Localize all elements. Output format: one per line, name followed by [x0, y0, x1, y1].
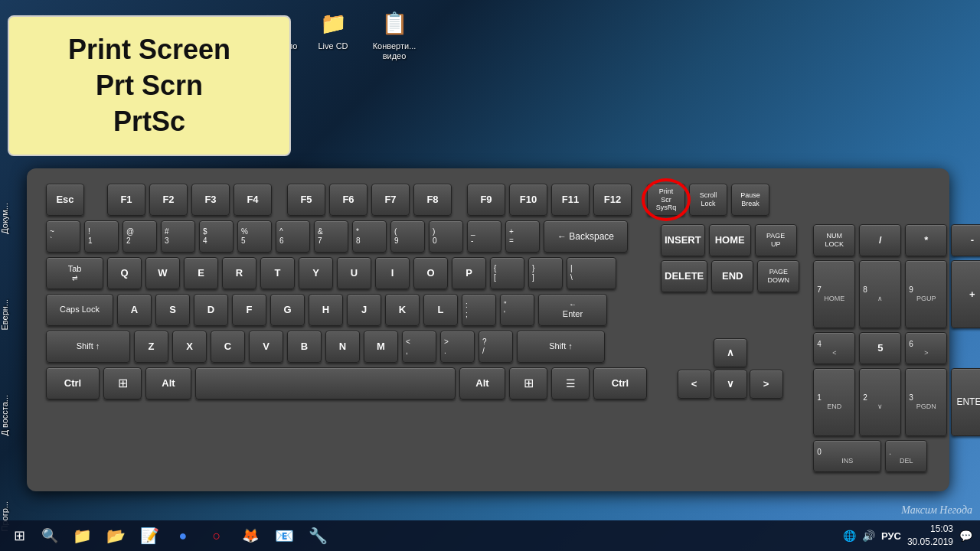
- taskbar-app-explorer[interactable]: 📂: [99, 520, 132, 551]
- key-k[interactable]: K: [385, 294, 420, 326]
- key-j[interactable]: J: [347, 294, 381, 326]
- taskbar-app-1[interactable]: 📁: [65, 520, 99, 551]
- key-f9[interactable]: F9: [467, 184, 505, 216]
- key-delete[interactable]: DELETE: [661, 260, 707, 292]
- key-f4[interactable]: F4: [234, 184, 272, 216]
- key-f1[interactable]: F1: [107, 184, 145, 216]
- key-7[interactable]: & 7: [314, 220, 348, 253]
- key-num-0[interactable]: 0 INS: [813, 440, 881, 472]
- key-pageup[interactable]: PAGE UP: [755, 224, 797, 256]
- key-num-plus[interactable]: +: [951, 260, 980, 328]
- key-arrow-right[interactable]: >: [750, 370, 783, 399]
- key-y[interactable]: Y: [299, 257, 333, 289]
- key-x[interactable]: X: [172, 331, 207, 363]
- key-left-alt[interactable]: Alt: [145, 367, 191, 399]
- key-f2[interactable]: F2: [149, 184, 188, 216]
- key-quote[interactable]: " ': [500, 294, 534, 326]
- taskbar-app-chrome[interactable]: ●: [166, 520, 200, 551]
- key-r[interactable]: R: [222, 257, 256, 289]
- key-1[interactable]: ! 1: [84, 220, 119, 253]
- key-end[interactable]: END: [711, 260, 753, 292]
- key-period[interactable]: > .: [440, 331, 475, 363]
- key-pagedown[interactable]: PAGE DOWN: [757, 260, 799, 292]
- key-f10[interactable]: F10: [509, 184, 547, 216]
- key-space[interactable]: [195, 367, 456, 399]
- key-equals[interactable]: + =: [505, 220, 540, 253]
- key-enter[interactable]: ← Enter: [538, 294, 607, 326]
- key-num-multiply[interactable]: *: [905, 224, 947, 256]
- key-f3[interactable]: F3: [191, 184, 230, 216]
- key-semicolon[interactable]: : ;: [462, 294, 496, 326]
- key-0[interactable]: ) 0: [429, 220, 463, 253]
- key-num-7[interactable]: 7 HOME: [813, 260, 855, 328]
- key-num-1[interactable]: 1 END: [813, 368, 855, 436]
- key-v[interactable]: V: [249, 331, 283, 363]
- key-c[interactable]: C: [211, 331, 245, 363]
- key-f7[interactable]: F7: [371, 184, 410, 216]
- key-backslash[interactable]: | \: [567, 257, 616, 289]
- taskbar-speaker-icon[interactable]: 🔊: [862, 530, 875, 542]
- taskbar-language[interactable]: РУС: [881, 530, 901, 542]
- key-pause-break[interactable]: Pause Break: [731, 184, 769, 216]
- taskbar-app-opera[interactable]: ○: [200, 520, 234, 551]
- key-arrow-up[interactable]: ∧: [714, 338, 747, 367]
- key-menu[interactable]: ☰: [551, 367, 590, 399]
- key-rbracket[interactable]: } ]: [528, 257, 563, 289]
- key-insert[interactable]: INSERT: [661, 224, 705, 256]
- taskbar-app-mail[interactable]: 📧: [267, 520, 301, 551]
- key-8[interactable]: * 8: [352, 220, 387, 253]
- key-f6[interactable]: F6: [329, 184, 368, 216]
- key-h[interactable]: H: [309, 294, 343, 326]
- key-n[interactable]: N: [325, 331, 360, 363]
- key-m[interactable]: M: [364, 331, 398, 363]
- key-l[interactable]: L: [423, 294, 458, 326]
- key-tab[interactable]: Tab ⇌: [46, 257, 103, 289]
- key-scroll-lock[interactable]: Scroll Lock: [689, 184, 727, 216]
- key-right-shift[interactable]: Shift ↑: [517, 331, 605, 363]
- key-left-ctrl[interactable]: Ctrl: [46, 367, 100, 399]
- key-arrow-down[interactable]: ∨: [714, 370, 747, 399]
- key-f11[interactable]: F11: [551, 184, 590, 216]
- key-comma[interactable]: < ,: [402, 331, 436, 363]
- key-tilde[interactable]: ~ `: [46, 220, 80, 253]
- key-esc[interactable]: Esc: [46, 184, 84, 216]
- key-num-6[interactable]: 6 >: [905, 332, 947, 364]
- key-o[interactable]: O: [413, 257, 448, 289]
- key-num-4[interactable]: 4 <: [813, 332, 855, 364]
- key-f5[interactable]: F5: [287, 184, 325, 216]
- key-3[interactable]: # 3: [161, 220, 195, 253]
- key-a[interactable]: A: [117, 294, 152, 326]
- desktop-icon-video[interactable]: 📋 Конверти... видео: [368, 8, 421, 61]
- key-6[interactable]: ^ 6: [276, 220, 310, 253]
- key-numlock[interactable]: NUM LOCK: [813, 224, 855, 256]
- key-q[interactable]: Q: [107, 257, 142, 289]
- key-lbracket[interactable]: { [: [490, 257, 524, 289]
- key-num-slash[interactable]: /: [859, 224, 901, 256]
- key-z[interactable]: Z: [134, 331, 168, 363]
- key-num-2[interactable]: 2 ∨: [859, 368, 901, 436]
- key-print-screen[interactable]: Print Scr SysRq: [647, 184, 685, 216]
- taskbar-app-extra[interactable]: 🔧: [301, 520, 335, 551]
- key-t[interactable]: T: [260, 257, 295, 289]
- key-d[interactable]: D: [194, 294, 228, 326]
- key-p[interactable]: P: [452, 257, 486, 289]
- key-arrow-left[interactable]: <: [678, 370, 711, 399]
- taskbar-app-notepad[interactable]: 📝: [132, 520, 166, 551]
- key-slash[interactable]: ? /: [479, 331, 513, 363]
- key-num-enter[interactable]: ENTER: [951, 368, 980, 436]
- key-s[interactable]: S: [155, 294, 190, 326]
- key-w[interactable]: W: [145, 257, 180, 289]
- key-num-8[interactable]: 8 ∧: [859, 260, 901, 328]
- key-minus[interactable]: _ -: [467, 220, 501, 253]
- key-u[interactable]: U: [337, 257, 371, 289]
- search-button[interactable]: 🔍: [34, 520, 65, 551]
- key-f8[interactable]: F8: [413, 184, 452, 216]
- key-backspace[interactable]: ← Backspace: [544, 220, 628, 253]
- key-4[interactable]: $ 4: [199, 220, 234, 253]
- key-b[interactable]: B: [287, 331, 322, 363]
- key-right-win[interactable]: ⊞: [509, 367, 547, 399]
- taskbar-network-icon[interactable]: 🌐: [843, 530, 856, 542]
- taskbar-app-firefox[interactable]: 🦊: [234, 520, 267, 551]
- start-button[interactable]: ⊞: [4, 520, 34, 551]
- key-caps-lock[interactable]: Caps Lock: [46, 294, 113, 326]
